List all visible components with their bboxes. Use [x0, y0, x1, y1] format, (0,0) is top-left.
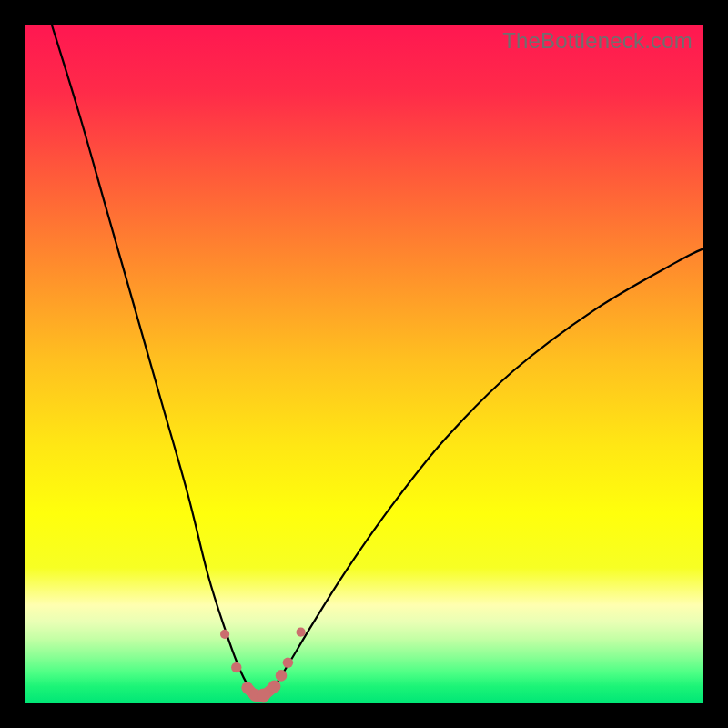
right-curve	[266, 248, 703, 695]
marker-dot	[276, 670, 288, 682]
marker-dot	[257, 689, 270, 703]
plot-frame: TheBottleneck.com	[25, 25, 703, 703]
watermark-text: TheBottleneck.com	[502, 28, 693, 54]
marker-dot	[268, 681, 281, 693]
marker-dots	[220, 628, 306, 703]
marker-dot	[231, 662, 241, 672]
curve-layer	[25, 25, 703, 703]
marker-dot	[297, 628, 306, 637]
left-curve	[52, 25, 259, 697]
marker-dot	[220, 630, 229, 639]
marker-dot	[283, 658, 293, 668]
